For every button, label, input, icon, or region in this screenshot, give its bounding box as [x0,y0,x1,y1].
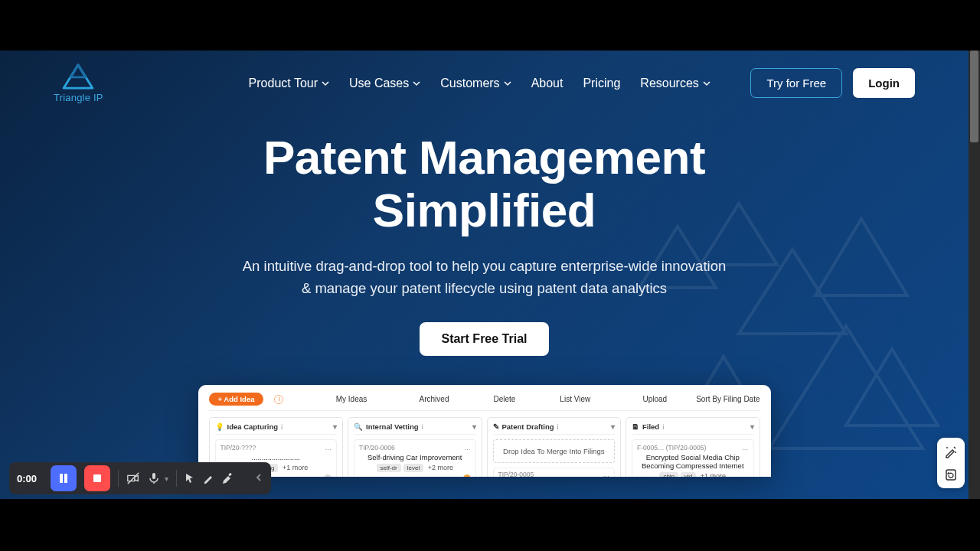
site-header: Triangle IP Product Tour Use Cases Custo… [0,51,969,103]
hero-headline: Patent Management Simplified [46,131,923,237]
svg-rect-4 [152,473,155,479]
mock-tab-delete: Delete [493,395,515,403]
triangle-logo-icon [60,63,96,90]
page-viewport: Triangle IP Product Tour Use Cases Custo… [0,51,969,499]
recorder-mic-toggle[interactable] [148,472,160,484]
mock-upload: Upload [642,395,667,403]
recorder-pause-button[interactable] [51,465,77,491]
svg-line-3 [128,473,139,484]
mock-col-drafting: ✎Patent Draftingi▾ Drop Idea To Merge In… [487,417,622,477]
nav-use-cases[interactable]: Use Cases [349,77,420,90]
brand-name: Triangle IP [54,92,103,103]
hero-section: Patent Management Simplified An intuitiv… [0,131,969,477]
header-actions: Try for Free Login [750,68,915,98]
side-widget-calendar[interactable] [943,467,959,482]
microphone-icon [148,472,160,484]
letterbox-bottom [0,499,980,551]
nav-pricing[interactable]: Pricing [583,77,620,90]
nav-product-tour[interactable]: Product Tour [249,77,329,90]
nav-about[interactable]: About [531,77,564,90]
svg-rect-1 [64,474,67,483]
mock-tab-archived: Archived [420,395,449,403]
try-for-free-button[interactable]: Try for Free [750,68,842,98]
pen-icon [203,473,214,484]
chevron-left-icon [254,473,263,482]
chevron-down-icon [703,77,710,90]
mock-col-filed: 🗎Filedi▾ F-0005… (TIP/20-0005)…Encrypted… [626,417,760,477]
chevron-down-icon [504,77,511,90]
nav-customers[interactable]: Customers [440,77,511,90]
chevron-down-icon [413,77,420,90]
mock-tab-list: List View [560,395,590,403]
recorder-highlighter-tool[interactable] [221,472,234,484]
mock-toolbar: + Add Idea i My Ideas Archived Delete Li… [209,393,760,411]
wand-icon [944,445,958,458]
nav-resources[interactable]: Resources [640,77,710,90]
recorder-pen-tool[interactable] [203,473,214,484]
chevron-down-icon [322,77,329,90]
highlighter-icon [221,472,234,484]
recorder-mic-dropdown[interactable]: ▾ [165,474,168,483]
side-widget-panel [937,438,965,488]
product-screenshot: + Add Idea i My Ideas Archived Delete Li… [198,385,771,477]
side-widget-edit[interactable] [943,444,959,459]
login-button[interactable]: Login [853,68,915,98]
svg-point-7 [955,452,956,453]
mock-add-idea-button: + Add Idea [209,393,264,406]
mock-col-vetting: 🔍Internal Vettingi▾ TIP/20-0006…Self-dri… [348,417,482,477]
mock-tab-my-ideas: My Ideas [336,395,368,403]
mock-columns: 💡Idea Capturingi▾ TIP/20-????…..........… [209,417,760,477]
recorder-time: 0:00 [17,473,43,484]
letterbox-top [0,0,980,51]
svg-rect-2 [93,474,101,482]
svg-rect-8 [946,470,956,480]
svg-point-6 [946,447,948,448]
screen-recorder-toolbar: 0:00 ▾ [9,462,271,494]
recorder-collapse-button[interactable] [254,471,263,485]
mock-sort: Sort By Filing Date [696,395,760,403]
mock-drop-target: Drop Idea To Merge Into Filings [493,439,616,463]
svg-rect-0 [60,474,63,483]
main-nav: Product Tour Use Cases Customers About P… [249,77,710,90]
recorder-camera-toggle[interactable] [126,471,140,485]
start-free-trial-button[interactable]: Start Free Trial [420,322,548,356]
cursor-icon [185,473,195,484]
hero-subtext: An intuitive drag-and-drop tool to help … [46,256,923,299]
clipboard-refresh-icon [944,468,958,481]
camera-off-icon [126,471,140,485]
recorder-cursor-tool[interactable] [185,473,195,484]
stop-icon [93,474,102,483]
svg-rect-5 [228,473,232,477]
recorder-stop-button[interactable] [84,465,110,491]
scrollbar-thumb[interactable] [970,51,978,142]
pause-icon [58,473,69,484]
brand-logo[interactable]: Triangle IP [54,63,103,103]
info-icon: i [274,395,283,404]
vertical-scrollbar[interactable] [969,51,980,499]
